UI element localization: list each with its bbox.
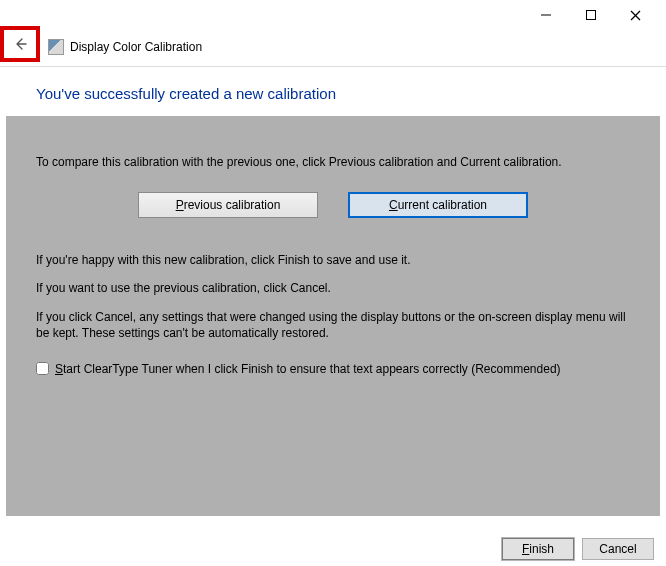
- page-heading: You've successfully created a new calibr…: [0, 67, 666, 116]
- titlebar: [0, 0, 666, 30]
- minimize-button[interactable]: [523, 0, 568, 30]
- cancel-warning: If you click Cancel, any settings that w…: [36, 309, 630, 341]
- cleartype-checkbox[interactable]: [36, 362, 49, 375]
- app-title: Display Color Calibration: [70, 40, 202, 54]
- maximize-button[interactable]: [568, 0, 613, 30]
- content-panel: To compare this calibration with the pre…: [6, 116, 660, 516]
- cancel-button[interactable]: Cancel: [582, 538, 654, 560]
- calibration-buttons: Previous calibration Current calibration: [36, 192, 630, 218]
- previous-calibration-button[interactable]: Previous calibration: [138, 192, 318, 218]
- cleartype-option: Start ClearType Tuner when I click Finis…: [36, 361, 630, 377]
- close-button[interactable]: [613, 0, 658, 30]
- header: Display Color Calibration: [0, 30, 666, 64]
- finish-button[interactable]: Finish: [502, 538, 574, 560]
- back-arrow-icon[interactable]: [12, 36, 28, 52]
- cleartype-label[interactable]: Start ClearType Tuner when I click Finis…: [55, 361, 561, 377]
- current-calibration-button[interactable]: Current calibration: [348, 192, 528, 218]
- cancel-instruction: If you want to use the previous calibrat…: [36, 280, 630, 296]
- footer-buttons: Finish Cancel: [502, 538, 654, 560]
- svg-rect-1: [586, 11, 595, 20]
- back-button-highlight: [0, 26, 40, 62]
- app-icon: [48, 39, 64, 55]
- compare-instruction: To compare this calibration with the pre…: [36, 154, 630, 170]
- finish-instruction: If you're happy with this new calibratio…: [36, 252, 630, 268]
